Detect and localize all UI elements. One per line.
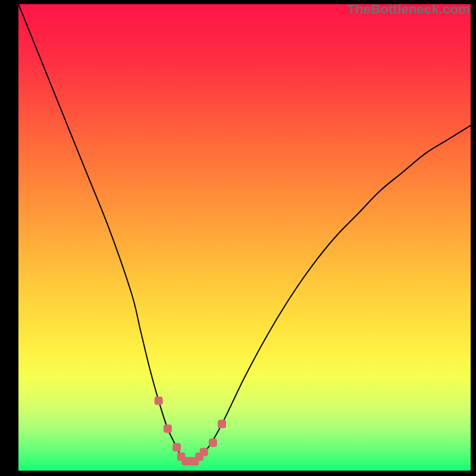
curve-marker: [209, 439, 217, 447]
gradient-background: [18, 4, 471, 471]
curve-marker: [218, 420, 226, 428]
curve-marker: [173, 443, 181, 452]
curve-marker: [155, 396, 163, 405]
watermark-text: TheBottleneck.com: [347, 2, 470, 17]
chart-plot-area: [18, 4, 471, 471]
curve-marker: [164, 424, 172, 433]
curve-marker: [200, 448, 208, 456]
chart-svg: [18, 4, 471, 471]
